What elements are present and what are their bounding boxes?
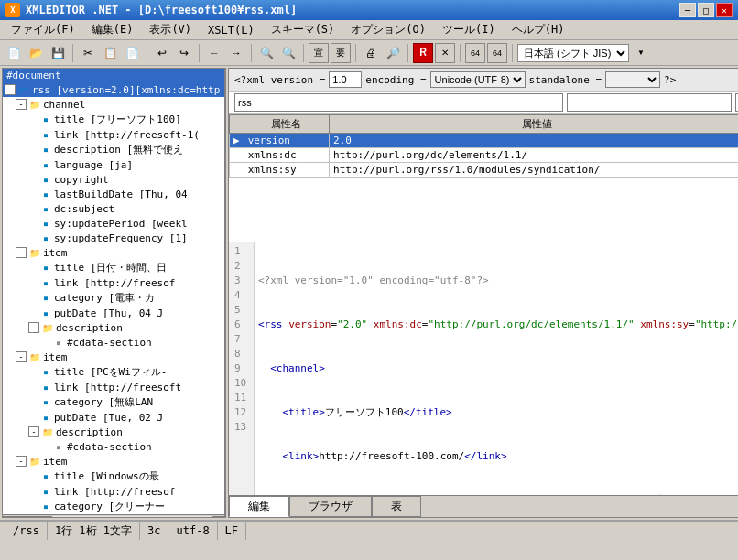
code-lines[interactable]: <?xml version="1.0" encoding="utf-8"?> <… <box>255 242 738 495</box>
zoom-button[interactable]: 🔎 <box>383 43 403 63</box>
64a-button[interactable]: 64 <box>465 43 485 63</box>
expand-item2[interactable]: - <box>16 351 27 362</box>
hscroll-track[interactable] <box>16 516 212 519</box>
mark-button[interactable]: 宣 <box>309 43 329 63</box>
important-button[interactable]: 要 <box>331 43 351 63</box>
expand-rss[interactable]: - <box>5 84 16 95</box>
menu-view[interactable]: 表示(V) <box>142 20 199 39</box>
xml-encoding-select[interactable]: Unicode (UTF-8) <box>430 71 526 88</box>
attrs-name-1[interactable]: xmlns:dc <box>244 148 329 163</box>
tab-table[interactable]: 表 <box>372 496 421 517</box>
tree-node-i2title[interactable]: ▪ title [PCをWiフィル- <box>3 364 224 380</box>
tree-node-i1cdata[interactable]: ▪ #cdata-section <box>3 335 224 350</box>
find-button[interactable]: 🔍 <box>278 43 298 63</box>
tree-node-dcsubj[interactable]: ▪ dc:subject <box>3 201 224 216</box>
tree-node-i2link[interactable]: ▪ link [http://freesoft <box>3 380 224 394</box>
expand-i1desc[interactable]: - <box>28 322 39 333</box>
tree-node-item2[interactable]: - 📁 item <box>3 350 224 364</box>
menu-tools[interactable]: ツール(I) <box>435 20 503 39</box>
tree-node-i3cat[interactable]: ▪ category [クリーナー <box>3 499 224 514</box>
attrs-name-0[interactable]: version <box>244 134 329 148</box>
expand-item1[interactable]: - <box>16 247 27 258</box>
tag-input[interactable] <box>234 93 563 112</box>
xml-version-input[interactable] <box>329 71 362 88</box>
tree-node-i1title[interactable]: ▪ title [日付・時間、日 <box>3 260 224 275</box>
attrs-row-0[interactable]: ▶ version 2.0 <box>230 134 739 148</box>
menu-edit[interactable]: 編集(E) <box>84 20 141 39</box>
tree-node-channel[interactable]: - 📁 channel <box>3 97 224 112</box>
tree-node-i1cat[interactable]: ▪ category [電車・カ <box>3 290 224 306</box>
paste-button[interactable]: 📄 <box>122 43 142 63</box>
redo-button[interactable]: ↪ <box>174 43 194 63</box>
tree-node-copy[interactable]: ▪ copyright <box>3 172 224 187</box>
menu-help[interactable]: ヘルプ(H) <box>505 20 572 39</box>
attrs-name-2[interactable]: xmlns:sy <box>244 163 329 178</box>
tree-node-syperiod[interactable]: ▪ sy:updatePeriod [weekl <box>3 216 224 231</box>
forward-button[interactable]: → <box>226 43 246 63</box>
tree-node-i2cdata[interactable]: ▪ #cdata-section <box>3 439 224 454</box>
attrs-value-2[interactable]: http://purl.org/rss/1.0/modules/syndicat… <box>330 163 738 178</box>
tree-node-i3title[interactable]: ▪ title [Windowsの最 <box>3 468 224 484</box>
open-button[interactable]: 📂 <box>26 43 46 63</box>
tag-icon-rss: 🏷 <box>17 83 30 96</box>
tab-browser[interactable]: ブラウザ <box>289 496 372 517</box>
xml-standalone-select[interactable] <box>605 71 660 88</box>
tree-node-item3[interactable]: - 📁 item <box>3 454 224 468</box>
tab-edit[interactable]: 編集 <box>229 496 289 517</box>
label-i2desc: description <box>56 426 123 438</box>
tree-node-title1[interactable]: ▪ title [フリーソフト100] <box>3 112 224 127</box>
tree-node-rss[interactable]: - 🏷 rss [version=2.0][xmlns:dc=http <box>3 82 224 97</box>
menu-xslt[interactable]: XSLT(L) <box>201 22 262 38</box>
tag-icon-i2link: ▪ <box>39 381 52 393</box>
hscroll-left[interactable]: ◀ <box>3 516 16 519</box>
undo-button[interactable]: ↩ <box>152 43 172 63</box>
language-select[interactable]: 日本語 (シフト JIS)UTF-8EUC-JP <box>517 44 629 62</box>
code-area[interactable]: 1 2 3 4 5 6 7 8 9 10 11 12 13 <?xml vers… <box>229 242 738 495</box>
run-button[interactable]: Ｒ <box>413 43 433 63</box>
x-button[interactable]: ✕ <box>435 43 455 63</box>
save-button[interactable]: 💾 <box>48 43 68 63</box>
tree-node-link1[interactable]: ▪ link [http://freesoft-1( <box>3 127 224 142</box>
hscroll-thumb[interactable] <box>16 516 52 519</box>
expand-item3[interactable]: - <box>16 456 27 467</box>
lang-dropdown-btn[interactable]: ▼ <box>631 43 651 63</box>
tag-second-input[interactable] <box>567 93 732 112</box>
tree-node-syfreq[interactable]: ▪ sy:updateFrequency [1] <box>3 231 224 245</box>
attrs-row-1[interactable]: xmlns:dc http://purl.org/dc/elements/1.1… <box>230 148 739 163</box>
cut-button[interactable]: ✂ <box>78 43 98 63</box>
tree-node-i2cat[interactable]: ▪ category [無線LAN <box>3 394 224 410</box>
64b-button[interactable]: 64 <box>487 43 507 63</box>
hscroll-right[interactable]: ▶ <box>212 516 224 519</box>
tag-icon-i2pub: ▪ <box>39 411 52 424</box>
menu-options[interactable]: オプション(O) <box>343 20 433 39</box>
print-button[interactable]: 🖨 <box>361 43 381 63</box>
search-button[interactable]: 🔍 <box>256 43 277 63</box>
attrs-value-1[interactable]: http://purl.org/dc/elements/1.1/ <box>330 148 738 163</box>
attrs-value-0[interactable]: 2.0 <box>330 134 738 148</box>
menu-schema[interactable]: スキーマ(S) <box>264 20 342 39</box>
tree-node-i1pub[interactable]: ▪ pubDate [Thu, 04 J <box>3 306 224 320</box>
tree-node-i3link[interactable]: ▪ link [http://freesof <box>3 484 224 499</box>
expand-i2desc[interactable]: - <box>28 426 39 437</box>
tree-node-lastbuild[interactable]: ▪ lastBuildDate [Thu, 04 <box>3 187 224 201</box>
window-title: XMLEDITOR .NET - [D:\freesoft100¥rss.xml… <box>26 4 297 16</box>
maximize-button[interactable]: □ <box>698 3 714 17</box>
new-button[interactable]: 📄 <box>4 43 24 63</box>
tree-node-item1[interactable]: - 📁 item <box>3 245 224 260</box>
tree-node-i1desc[interactable]: - 📁 description <box>3 320 224 335</box>
minimize-button[interactable]: ─ <box>679 3 696 17</box>
tree-node-i1link[interactable]: ▪ link [http://freesof <box>3 275 224 290</box>
close-button[interactable]: ✕ <box>716 3 733 17</box>
tree-node-i2desc[interactable]: - 📁 description <box>3 425 224 439</box>
attrs-table: 属性名 属性値 ▶ version 2.0 xmlns:dc <box>229 114 738 178</box>
tree-content[interactable]: - 🏷 rss [version=2.0][xmlns:dc=http - 📁 … <box>3 82 224 514</box>
menu-file[interactable]: ファイル(F) <box>4 20 82 39</box>
back-button[interactable]: ← <box>204 43 224 63</box>
attrs-row-2[interactable]: xmlns:sy http://purl.org/rss/1.0/modules… <box>230 163 739 178</box>
expand-channel[interactable]: - <box>16 99 27 110</box>
tree-node-lang[interactable]: ▪ language [ja] <box>3 157 224 172</box>
copy-button[interactable]: 📋 <box>100 43 120 63</box>
tree-node-i2pub[interactable]: ▪ pubDate [Tue, 02 J <box>3 410 224 425</box>
tree-node-desc1[interactable]: ▪ description [無料で使え <box>3 142 224 157</box>
tree-hscroll[interactable]: ◀ ▶ <box>3 514 224 518</box>
